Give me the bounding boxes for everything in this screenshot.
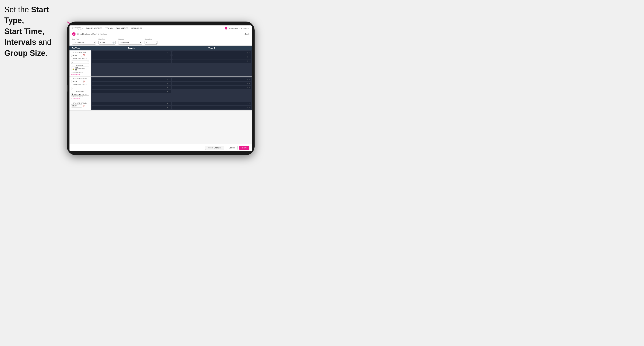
player-arrow-icon[interactable]: › <box>250 60 250 62</box>
back-button[interactable]: ‹ Back <box>244 33 250 35</box>
player-x-icon[interactable]: ✕ <box>167 52 168 54</box>
player-arrow-icon[interactable]: › <box>169 91 169 92</box>
header-tee-time: Tee Time <box>70 46 91 50</box>
starting-time-input[interactable] <box>71 54 82 57</box>
course-tag: 🏛 East Lake GC × › <box>71 93 89 96</box>
intervals-select[interactable]: 10 Minutes 8 Minutes 12 Minutes <box>118 41 142 45</box>
player-x-icon[interactable]: ✕ <box>247 103 248 105</box>
starting-hole-row: 1 10 <box>71 60 89 64</box>
group-size-number-wrapper: ▲ ▼ <box>144 40 158 45</box>
breadcrumb-section: Hosting <box>100 33 106 35</box>
starting-time-input[interactable] <box>71 104 82 108</box>
starting-hole-select[interactable]: 1 10 <box>71 87 89 90</box>
player-x-icon[interactable]: ✕ <box>167 87 168 88</box>
player-x-icon[interactable]: ✕ <box>247 78 248 80</box>
group-size-down-arrow[interactable]: ▼ <box>156 43 157 44</box>
course-remove-icon[interactable]: × <box>85 94 86 95</box>
player-arrow-icon[interactable]: › <box>169 87 169 88</box>
player-x-icon[interactable]: ✕ <box>167 83 168 84</box>
player-x-icon[interactable]: ✕ <box>167 107 168 109</box>
course-name: (A) Peachtree GC <box>75 67 86 71</box>
player-x-icon[interactable]: ✕ <box>167 56 168 58</box>
intervals-label: Intervals <box>118 38 142 40</box>
player-arrow-icon[interactable]: › <box>169 103 169 105</box>
player-x-icon[interactable]: ✕ <box>247 83 248 84</box>
player-arrow-icon[interactable]: › <box>169 56 169 58</box>
add-group-link[interactable]: + Add Group <box>71 74 89 75</box>
reset-changes-button[interactable]: Reset Changes <box>205 146 224 150</box>
group-size-up-arrow[interactable]: ▲ <box>156 41 157 42</box>
player-arrow-icon[interactable]: › <box>169 52 169 54</box>
course-arrow-icon[interactable]: › <box>86 94 87 95</box>
start-time-group: Start Time 🕐 <box>98 38 116 45</box>
nav-separator: | <box>242 27 242 29</box>
list-item: ✕ › <box>92 90 171 93</box>
player-x-icon[interactable]: ✕ <box>167 103 168 105</box>
starting-time-row: ⏰ <box>71 104 89 108</box>
list-item: ✕ › <box>172 55 251 59</box>
player-x-icon[interactable]: ✕ <box>167 91 168 92</box>
starting-time-label: STARTING TIME: <box>71 78 89 79</box>
list-item: ✕ › <box>172 102 251 105</box>
player-arrow-icon[interactable]: › <box>250 107 250 109</box>
player-arrow-icon[interactable]: › <box>250 78 250 80</box>
nav-tab-rankings[interactable]: RANKINGS <box>132 27 142 30</box>
start-type-select-wrapper: 1st Tee Start Shotgun Start <box>72 40 96 45</box>
save-button[interactable]: Save <box>239 146 250 150</box>
player-arrow-icon[interactable]: › <box>169 60 169 62</box>
breadcrumb-tournament[interactable]: Clippd Invitational (Me) <box>77 33 97 35</box>
player-x-icon[interactable]: ✕ <box>247 87 248 88</box>
nav-bar: SCOREBOARD Powered by clippd TOURNAMENTS… <box>70 25 252 31</box>
cancel-button[interactable]: Cancel <box>226 146 238 150</box>
player-arrow-icon[interactable]: › <box>250 103 250 105</box>
player-x-icon[interactable]: ✕ <box>247 52 248 54</box>
starting-time-label: STARTING TIME: <box>71 102 89 104</box>
group-left-panel: STARTING TIME: ⏰ STARTING HOLE: 1 10 <box>70 50 91 76</box>
team2-cell: ✕ › ✕ › <box>172 101 252 110</box>
starting-time-input[interactable] <box>71 80 82 83</box>
group-size-input[interactable] <box>144 41 158 45</box>
nav-tabs: TOURNAMENTS TEAMS COMMITTEE RANKINGS <box>86 27 225 30</box>
course-arrow-icon[interactable]: › <box>88 68 88 70</box>
player-x-icon[interactable]: ✕ <box>167 78 168 80</box>
nav-tab-committee[interactable]: COMMITTEE <box>116 27 128 30</box>
player-x-icon[interactable]: ✕ <box>247 107 248 109</box>
user-avatar-dot <box>225 27 228 29</box>
start-type-select[interactable]: 1st Tee Start Shotgun Start <box>72 41 96 45</box>
tablet-screen: SCOREBOARD Powered by clippd TOURNAMENTS… <box>70 25 252 151</box>
player-arrow-icon[interactable]: › <box>250 87 250 88</box>
player-arrow-icon[interactable]: › <box>169 78 169 80</box>
team1-cell: ✕ › ✕ › ✕ <box>91 50 172 76</box>
remove-group-link[interactable]: ○ Remove Group <box>71 96 89 98</box>
starting-time-row: ⏰ <box>71 80 89 83</box>
player-x-icon[interactable]: ✕ <box>247 60 248 62</box>
list-item: ✕ › <box>92 86 171 89</box>
list-item: ✕ › <box>172 59 251 63</box>
course-remove-icon[interactable]: × <box>86 68 87 70</box>
player-arrow-icon[interactable]: › <box>250 52 250 54</box>
table-row: STARTING TIME: ⏰ STARTING HOLE: 1 10 <box>70 50 252 77</box>
group-left-panel: STARTING TIME: ⏰ STARTING HOLE: 1 10 <box>70 77 91 101</box>
add-group-link[interactable]: + Add Group <box>71 98 89 100</box>
starting-time-row: ⏰ <box>71 54 89 57</box>
nav-tab-tournaments[interactable]: TOURNAMENTS <box>86 27 102 30</box>
list-item: ✕ › <box>172 78 251 81</box>
table-content: STARTING TIME: ⏰ STARTING HOLE: 1 10 <box>70 50 252 144</box>
player-arrow-icon[interactable]: › <box>169 83 169 84</box>
starting-hole-select[interactable]: 1 10 <box>71 61 89 64</box>
player-x-icon[interactable]: ✕ <box>247 56 248 58</box>
list-item: ✕ › <box>92 102 171 105</box>
player-arrow-icon[interactable]: › <box>169 107 169 109</box>
starting-time-label: STARTING TIME: <box>71 52 89 53</box>
nav-tab-teams[interactable]: TEAMS <box>105 27 112 30</box>
breadcrumb-separator: › <box>98 32 99 36</box>
list-item: ✕ › <box>172 51 251 55</box>
course-label: COURSE: <box>71 65 89 66</box>
sign-out-link[interactable]: Sign out <box>243 27 250 29</box>
course-flag-icon: ⛳ <box>72 68 74 70</box>
list-item: ✕ › <box>172 106 251 109</box>
player-arrow-icon[interactable]: › <box>250 83 250 84</box>
player-arrow-icon[interactable]: › <box>250 56 250 58</box>
player-x-icon[interactable]: ✕ <box>167 60 168 62</box>
remove-group-link[interactable]: ○ Remove Group <box>71 72 89 73</box>
